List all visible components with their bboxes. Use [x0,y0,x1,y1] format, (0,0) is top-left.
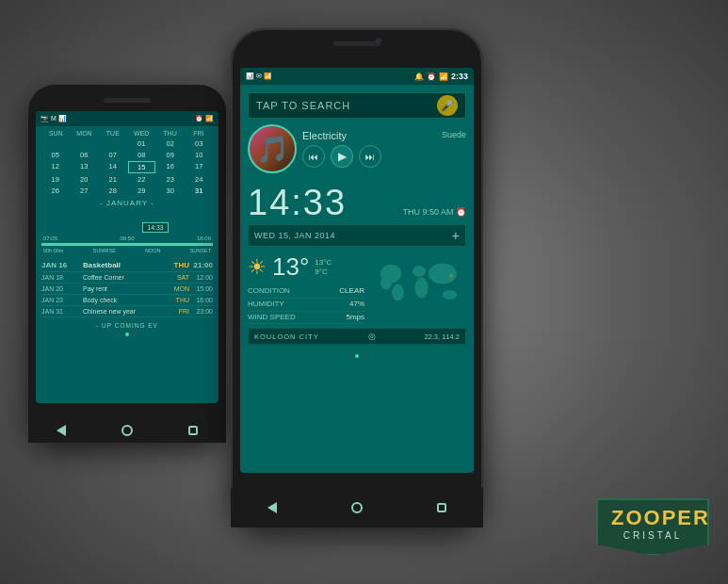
location-icon: ◎ [368,332,376,341]
phone-right: 📊 ✉ 📶 🔔 ⏰ 📶 2:33 TAP TO SEARCH 🎤 🎵 Elect… [231,28,483,527]
speaker-right [333,41,380,46]
event-item: JAN 23 Body check THU 16:00 [41,295,213,306]
status-icons-left-right: 📊 ✉ 📶 [246,73,272,80]
status-bar-right: 📊 ✉ 📶 🔔 ⏰ 📶 2:33 [240,68,474,85]
zooper-brand: ZOOPER CRISTAL [596,498,709,556]
music-player: 🎵 Electricity Suede ⏮ ▶ ⏭ [248,124,466,173]
svg-point-4 [415,278,429,299]
clock-section: 14:33 THU 9:50 AM ⏰ [240,179,474,224]
music-artist: Suede [442,130,466,139]
speaker-left [104,98,151,103]
music-controls: ⏮ ▶ ⏭ [302,145,466,168]
phone-left: 📷 M 📊 ⏰ 📶 SUN MON TUE WED THU FRI 01 02 … [28,85,226,443]
screen-right: 📊 ✉ 📶 🔔 ⏰ 📶 2:33 TAP TO SEARCH 🎤 🎵 Elect… [240,68,474,473]
weather-section: ☀ 13° 13°C 9°C CONDITION CLEAR HUMIDITY … [248,252,466,324]
play-button[interactable]: ▶ [331,145,353,168]
date-plus[interactable]: + [452,228,460,243]
nav-recent-left[interactable] [188,426,198,435]
svg-point-1 [380,277,392,290]
music-info: Electricity Suede ⏮ ▶ ⏭ [302,130,466,168]
status-time: 2:33 [451,72,468,81]
status-icons-right-left: ⏰ 📶 [195,115,214,122]
weather-icon-temp: ☀ 13° 13°C 9°C [248,252,364,282]
clock-right-info: THU 9:50 AM ⏰ [402,207,466,220]
next-button[interactable]: ⏭ [359,145,381,168]
wind-row: WIND SPEED 5mps [248,312,364,325]
svg-point-6 [443,290,457,300]
status-icon-alarm: ⏰ [427,73,436,81]
date-bar: WED 15, JAN 2014 + [248,224,466,247]
nav-recent-right[interactable] [437,503,446,512]
camera-right [376,38,381,43]
nav-back-left[interactable] [57,425,66,436]
calendar-widget: SUN MON TUE WED THU FRI 01 02 03 05 06 0… [36,126,218,214]
svg-point-2 [392,284,404,301]
album-art: 🎵 [248,124,297,173]
weather-left: ☀ 13° 13°C 9°C CONDITION CLEAR HUMIDITY … [248,252,364,324]
prev-button[interactable]: ⏮ [302,145,325,168]
svg-point-3 [413,266,426,277]
nav-home-left[interactable] [121,425,133,436]
nav-back-right[interactable] [267,502,277,513]
temp-small: 13°C 9°C [315,258,332,276]
condition-row: CONDITION CLEAR [248,285,364,299]
nav-bar-right [231,488,483,527]
events-list: JAN 16 Basketball THU 21:00 JAN 18 Coffe… [36,256,218,320]
search-bar[interactable]: TAP TO SEARCH 🎤 [248,92,466,119]
event-item: JAN 20 Pay rent MON 15:00 [41,284,213,295]
upcoming-label: - UP COMING EV [36,322,218,329]
music-title: Electricity [302,130,347,143]
world-map [372,252,466,318]
sun-bar [41,243,213,246]
nav-bar-left [28,418,226,443]
svg-point-7 [449,274,453,278]
page-dots-right [240,350,474,362]
sun-time: 14:33 [142,222,169,233]
sun-timeline: 14:33 07:05 09:50 18:00 00h:00m SUNRISE … [41,217,213,253]
event-item: JAN 18 Coffee Corner SAT 12:00 [41,272,213,284]
cal-header: SUN MON TUE WED THU FRI [41,130,213,137]
status-icon-notify: 🔔 [414,73,424,81]
mic-button[interactable]: 🎤 [437,95,458,116]
status-bar-left: 📷 M 📊 ⏰ 📶 [36,111,218,126]
cal-month: - JANUARY - [41,199,213,207]
big-clock: 14:33 [248,185,347,220]
cal-grid: 01 02 03 05 06 07 08 09 10 12 13 14 15 1… [41,138,213,196]
zooper-subtitle: CRISTAL [611,530,694,541]
event-item: JAN 31 Chinese new year FRI 23:00 [41,306,213,317]
temp-main: 13° [272,252,309,282]
mic-icon: 🎤 [441,100,454,112]
location-bar: KOULOON CITY ◎ 22.3, 114.2 [248,328,466,345]
location-coords: 22.3, 114.2 [424,333,460,341]
event-item: JAN 16 Basketball THU 21:00 [41,259,213,272]
clock-day-time: THU 9:50 AM ⏰ [402,207,466,217]
alarm-icon: ⏰ [456,207,466,217]
humidity-row: HUMIDITY 47% [248,299,364,312]
status-icon-signal: 📶 [439,73,448,81]
nav-home-right[interactable] [351,502,363,513]
weather-sun-icon: ☀ [248,255,267,280]
page-dots-left [36,329,218,340]
svg-point-5 [429,264,457,284]
weather-details: CONDITION CLEAR HUMIDITY 47% WIND SPEED … [248,285,364,324]
city-name: KOULOON CITY [254,333,319,341]
status-icons-left: 📷 M 📊 [40,115,67,122]
screen-left: 📷 M 📊 ⏰ 📶 SUN MON TUE WED THU FRI 01 02 … [36,111,218,403]
search-placeholder: TAP TO SEARCH [256,100,350,111]
zooper-title: ZOOPER [611,508,694,528]
date-text: WED 15, JAN 2014 [254,231,335,240]
